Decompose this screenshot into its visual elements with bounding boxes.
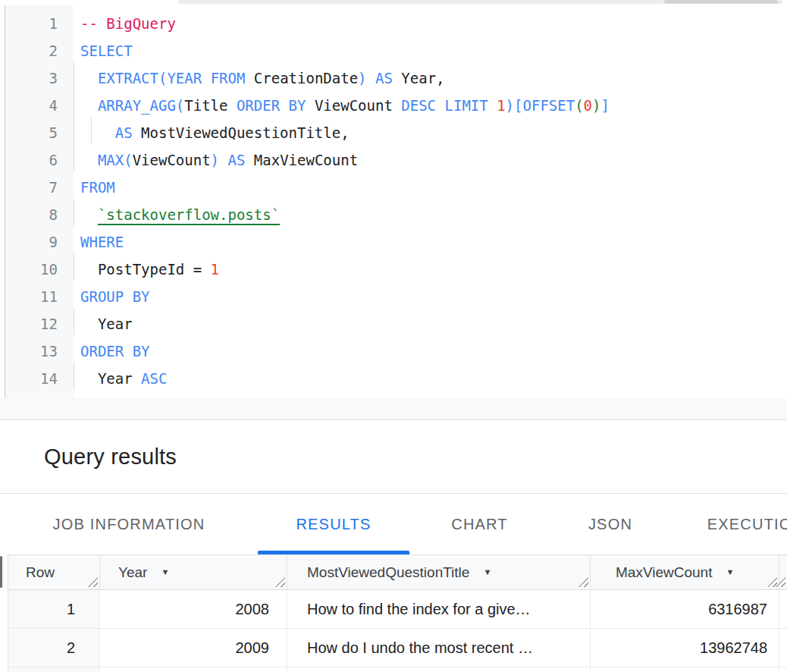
line-number: 5 — [0, 119, 58, 146]
line-number: 14 — [0, 365, 58, 392]
code-line[interactable]: 2SELECT — [0, 37, 787, 64]
horizontal-scrollbar-thumb[interactable] — [664, 0, 778, 4]
column-resize-grip-icon[interactable] — [88, 577, 98, 587]
maxviewcount-cell: 13962748 — [591, 629, 779, 667]
column-header-row[interactable]: Row — [8, 555, 100, 589]
sql-editor[interactable]: 1-- BigQuery2SELECT3 EXTRACT(YEAR FROM C… — [0, 5, 787, 420]
line-number: 4 — [0, 92, 58, 119]
title-cell — [287, 667, 591, 672]
title-cell: How to find the index for a give… — [307, 601, 531, 618]
sort-dropdown-icon[interactable]: ▼ — [161, 568, 169, 576]
line-number: 13 — [0, 338, 58, 365]
line-number: 10 — [0, 256, 58, 283]
row-number-cell: 1 — [8, 590, 100, 628]
row-number-cell — [8, 667, 100, 672]
indent-guide — [74, 144, 74, 171]
row-number-cell: 2 — [8, 629, 100, 667]
line-number: 11 — [0, 283, 58, 310]
code-line[interactable]: 9WHERE — [0, 228, 787, 256]
code-line[interactable]: 1-- BigQuery — [0, 10, 787, 37]
query-results-header: Query results — [0, 420, 787, 494]
indent-guide — [74, 89, 74, 117]
code-line[interactable]: 13ORDER BY — [0, 338, 787, 365]
tab-json[interactable]: JSON — [550, 494, 671, 554]
code-line[interactable]: 4 ARRAY_AGG(Title ORDER BY ViewCount DES… — [0, 92, 787, 119]
indent-guide — [74, 253, 74, 281]
sort-dropdown-icon[interactable]: ▼ — [726, 568, 734, 576]
sort-dropdown-icon[interactable]: ▼ — [483, 568, 491, 576]
year-cell — [100, 667, 287, 672]
tab-chart[interactable]: CHART — [409, 494, 550, 554]
maxviewcount-cell — [591, 667, 779, 672]
code-line[interactable]: 5 AS MostViewedQuestionTitle, — [0, 119, 787, 146]
code-line[interactable]: 10 PostTypeId = 1 — [0, 256, 787, 283]
table-row-partial — [8, 667, 787, 672]
empty-cell — [779, 590, 787, 628]
tab-results[interactable]: RESULTS — [258, 494, 409, 554]
column-header-maxviewcount[interactable]: MaxViewCount ▼ — [591, 555, 779, 589]
column-header-partial — [779, 555, 787, 589]
table-row: 1 2008 How to find the index for a give…… — [8, 590, 787, 629]
line-number: 3 — [0, 64, 58, 92]
line-number: 6 — [0, 146, 58, 174]
maxviewcount-cell: 6316987 — [591, 590, 779, 628]
left-scrollbar-thumb[interactable] — [0, 556, 2, 588]
code-line[interactable]: 7FROM — [0, 174, 787, 201]
indent-guide — [74, 117, 74, 144]
line-number: 2 — [0, 37, 58, 64]
indent-guide — [91, 117, 92, 144]
code-line[interactable]: 6 MAX(ViewCount) AS MaxViewCount — [0, 146, 787, 174]
year-cell: 2008 — [100, 590, 287, 628]
column-resize-grip-icon[interactable] — [767, 577, 777, 587]
results-table: Row Year ▼ MostViewedQuestionTitle ▼ Max… — [8, 554, 787, 672]
table-reference-link[interactable]: `stackoverflow.posts` — [98, 206, 280, 223]
results-tab-bar: JOB INFORMATION RESULTS CHART JSON EXECU… — [0, 494, 787, 554]
editor-bottom-band — [0, 398, 787, 419]
column-resize-grip-icon[interactable] — [275, 577, 285, 587]
line-number: 1 — [0, 10, 58, 37]
code-line[interactable]: 3 EXTRACT(YEAR FROM CreationDate) AS Yea… — [0, 64, 787, 92]
line-number: 9 — [0, 228, 58, 256]
indent-guide — [74, 199, 74, 226]
column-header-year[interactable]: Year ▼ — [100, 555, 287, 589]
empty-cell — [779, 629, 787, 667]
code-line[interactable]: 8 `stackoverflow.posts` — [0, 201, 787, 228]
code-line[interactable]: 14 Year ASC — [0, 365, 787, 392]
title-cell: How do I undo the most recent … — [307, 639, 533, 657]
column-header-mostviewedquestiontitle[interactable]: MostViewedQuestionTitle ▼ — [287, 555, 591, 589]
line-number: 12 — [0, 310, 58, 338]
code-line[interactable]: 11GROUP BY — [0, 283, 787, 310]
tab-job-information[interactable]: JOB INFORMATION — [23, 494, 235, 554]
indent-guide — [74, 62, 74, 89]
empty-cell — [779, 667, 787, 672]
query-results-title: Query results — [44, 444, 177, 469]
table-row: 2 2009 How do I undo the most recent … 1… — [8, 629, 787, 667]
year-cell: 2009 — [100, 629, 287, 667]
indent-guide — [74, 363, 74, 390]
indent-guide — [74, 308, 74, 335]
column-resize-grip-icon[interactable] — [578, 577, 588, 587]
line-number: 8 — [0, 201, 58, 228]
tab-execution-details[interactable]: EXECUTION DETAILS — [671, 494, 787, 554]
code-line[interactable]: 12 Year — [0, 310, 787, 338]
table-header-row: Row Year ▼ MostViewedQuestionTitle ▼ Max… — [8, 554, 787, 590]
line-number: 7 — [0, 174, 58, 201]
